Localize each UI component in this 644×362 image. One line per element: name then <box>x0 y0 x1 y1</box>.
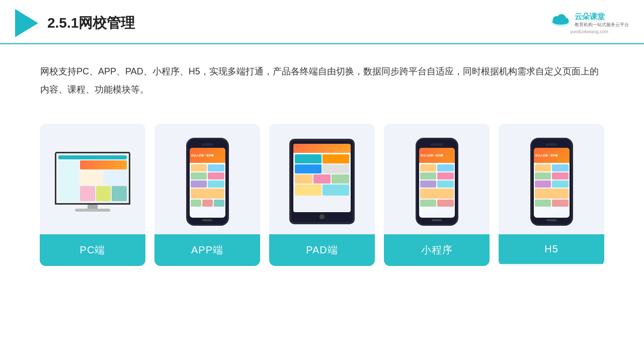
phone-screen-app: 职达人的第一堂判断 <box>190 148 225 218</box>
phone-notch-mini <box>431 143 443 146</box>
card-app-label: APP端 <box>154 234 260 266</box>
card-pc: PC端 <box>40 124 145 266</box>
card-pad-image <box>269 124 375 234</box>
card-h5-label: H5 <box>499 234 604 264</box>
card-miniprogram-label: 小程序 <box>384 234 490 266</box>
tablet-home-button <box>319 214 325 219</box>
card-h5: 职达人的第一堂判断 <box>499 124 604 266</box>
page-title: 2.5.1网校管理 <box>47 14 135 33</box>
phone-mockup-app: 职达人的第一堂判断 <box>186 138 229 226</box>
phone-notch-h5 <box>545 143 557 146</box>
header: 2.5.1网校管理 云朵课堂 教育机构一站式服务云平台 yunduoketang… <box>0 0 644 44</box>
card-app: 职达人的第一堂判断 <box>154 124 260 266</box>
cloud-icon <box>549 13 572 28</box>
phone-home-button <box>202 219 212 221</box>
phone-screen-h5: 职达人的第一堂判断 <box>534 148 570 218</box>
phone-screen-mini: 职达人的第一堂判断 <box>419 148 455 218</box>
card-pad: PAD端 <box>269 124 375 266</box>
phone-home-button-mini <box>432 219 442 221</box>
card-pc-label: PC端 <box>40 234 145 266</box>
tablet-mockup <box>289 139 355 224</box>
brand-url: yunduoketang.com <box>570 29 608 34</box>
phone-notch <box>201 143 213 146</box>
brand-text-block: 云朵课堂 教育机构一站式服务云平台 <box>575 12 629 28</box>
card-pc-image <box>40 124 145 234</box>
cards-container: PC端 职达人的第一堂判断 <box>0 114 644 281</box>
card-pad-label: PAD端 <box>269 234 375 266</box>
phone-home-button-h5 <box>546 219 556 221</box>
header-left: 2.5.1网校管理 <box>15 9 135 37</box>
tablet-screen <box>293 144 351 212</box>
pc-mockup <box>55 152 130 212</box>
phone-mockup-h5: 职达人的第一堂判断 <box>530 138 573 226</box>
brand-logo: 云朵课堂 教育机构一站式服务云平台 <box>549 12 629 28</box>
phone-mockup-mini: 职达人的第一堂判断 <box>416 138 458 226</box>
header-right: 云朵课堂 教育机构一站式服务云平台 yunduoketang.com <box>549 12 629 34</box>
brand-name: 云朵课堂 <box>575 12 605 22</box>
card-app-image: 职达人的第一堂判断 <box>154 124 260 234</box>
description-text: 网校支持PC、APP、PAD、小程序、H5，实现多端打通，产品各终端自由切换，数… <box>0 44 644 109</box>
logo-triangle-icon <box>15 9 38 37</box>
pc-screen <box>55 152 130 205</box>
card-miniprogram-image: 职达人的第一堂判断 <box>384 124 490 234</box>
brand-slogan: 教育机构一站式服务云平台 <box>575 22 629 28</box>
svg-point-7 <box>562 18 569 24</box>
card-h5-image: 职达人的第一堂判断 <box>499 124 604 234</box>
card-miniprogram: 职达人的第一堂判断 <box>384 124 490 266</box>
